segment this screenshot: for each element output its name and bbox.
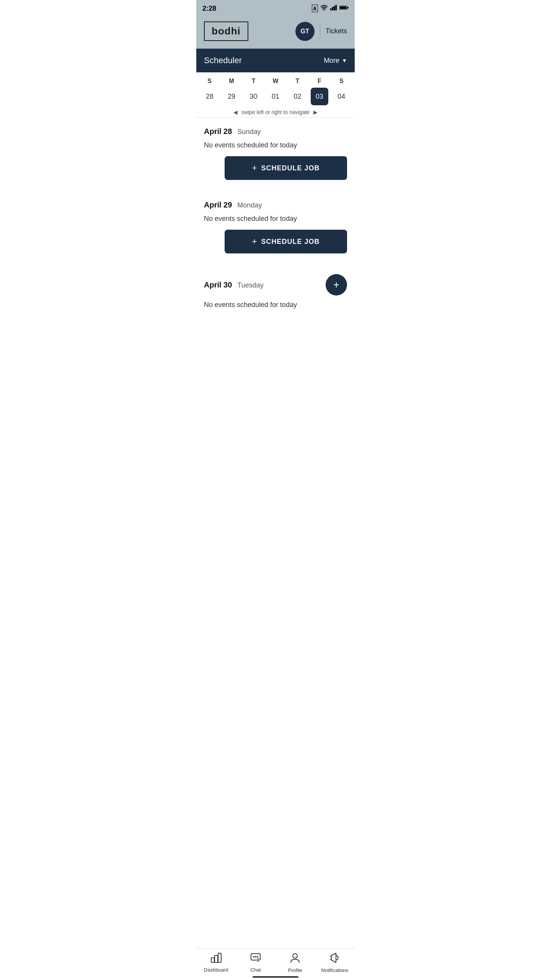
header-right: GT Tickets xyxy=(295,22,347,41)
schedule-job-label-april29: SCHEDULE JOB xyxy=(261,238,320,246)
svg-rect-2 xyxy=(332,7,334,10)
day-label-3: W xyxy=(267,78,284,85)
day-label-4: T xyxy=(289,78,306,85)
day-date-april28: April 28 xyxy=(204,127,232,136)
date-cell-3[interactable]: 01 xyxy=(267,88,284,105)
more-button[interactable]: More ▼ xyxy=(324,57,347,65)
day-label-6: S xyxy=(333,78,350,85)
scheduler-title: Scheduler xyxy=(204,56,242,65)
no-events-april29: No events scheduled for today xyxy=(204,215,347,223)
svg-rect-4 xyxy=(336,5,337,10)
chevron-down-icon: ▼ xyxy=(342,57,347,64)
autocorrect-icon: A xyxy=(312,5,318,12)
week-days-header: S M T W T F S xyxy=(196,78,355,85)
battery-icon xyxy=(339,5,349,12)
status-icons: A xyxy=(312,5,349,12)
day-section-april28: April 28 Sunday No events scheduled for … xyxy=(204,118,347,184)
more-label: More xyxy=(324,57,339,65)
week-dates: 28 29 30 01 02 03 04 xyxy=(196,88,355,105)
plus-icon-april28: + xyxy=(252,163,258,173)
date-cell-1[interactable]: 29 xyxy=(223,88,240,105)
scheduler-nav: Scheduler More ▼ xyxy=(196,49,355,72)
no-events-april28: No events scheduled for today xyxy=(204,141,347,149)
app-header: bodhi GT Tickets xyxy=(196,17,355,49)
avatar[interactable]: GT xyxy=(295,22,315,41)
swipe-hint-text: swipe left or right to navigate xyxy=(241,109,310,115)
no-events-april30: No events scheduled for today xyxy=(204,301,347,309)
svg-rect-1 xyxy=(330,8,332,10)
day-label-5: F xyxy=(311,78,328,85)
schedule-job-label-april28: SCHEDULE JOB xyxy=(261,164,320,172)
fab-plus-icon: + xyxy=(333,279,339,291)
status-time: 2:28 xyxy=(202,5,216,13)
signal-icon xyxy=(330,5,337,12)
date-cell-2[interactable]: 30 xyxy=(245,88,262,105)
left-arrow-icon: ◀ xyxy=(233,109,238,115)
schedule-job-button-april28[interactable]: + SCHEDULE JOB xyxy=(225,156,347,180)
header-divider xyxy=(320,24,320,38)
day-heading-april30: April 30 Tuesday + xyxy=(204,274,347,296)
right-arrow-icon: ▶ xyxy=(313,109,318,115)
day-heading-april28: April 28 Sunday xyxy=(204,127,347,136)
schedule-job-button-april29[interactable]: + SCHEDULE JOB xyxy=(225,230,347,253)
date-cell-4[interactable]: 02 xyxy=(289,88,306,105)
logo: bodhi xyxy=(204,21,248,41)
day-name-april29: Monday xyxy=(237,201,262,209)
date-cell-0[interactable]: 28 xyxy=(201,88,218,105)
wifi-icon xyxy=(320,5,328,12)
day-section-april30: April 30 Tuesday + No events scheduled f… xyxy=(204,265,347,320)
status-bar: 2:28 A xyxy=(196,0,355,17)
day-name-april30: Tuesday xyxy=(237,281,263,289)
plus-icon-april29: + xyxy=(252,237,258,247)
day-date-april29: April 29 xyxy=(204,201,232,209)
fab-button-april30[interactable]: + xyxy=(326,274,347,296)
svg-point-0 xyxy=(324,10,325,11)
swipe-hint: ◀ swipe left or right to navigate ▶ xyxy=(196,105,355,118)
day-heading-april29: April 29 Monday xyxy=(204,201,347,209)
date-cell-6[interactable]: 04 xyxy=(333,88,350,105)
content-area: April 28 Sunday No events scheduled for … xyxy=(196,118,355,320)
svg-rect-7 xyxy=(347,7,349,8)
day-date-april30: April 30 xyxy=(204,281,232,289)
calendar-week: S M T W T F S 28 29 30 01 02 03 04 ◀ swi… xyxy=(196,72,355,118)
main-content: April 28 Sunday No events scheduled for … xyxy=(196,118,355,358)
date-cell-5-active[interactable]: 03 xyxy=(311,88,328,105)
day-section-april29: April 29 Monday No events scheduled for … xyxy=(204,191,347,257)
day-label-1: M xyxy=(223,78,240,85)
day-label-2: T xyxy=(245,78,262,85)
tickets-link[interactable]: Tickets xyxy=(326,27,347,35)
day-label-0: S xyxy=(201,78,218,85)
day-name-april28: Sunday xyxy=(237,128,261,136)
svg-rect-3 xyxy=(334,6,335,11)
svg-rect-6 xyxy=(340,7,346,9)
